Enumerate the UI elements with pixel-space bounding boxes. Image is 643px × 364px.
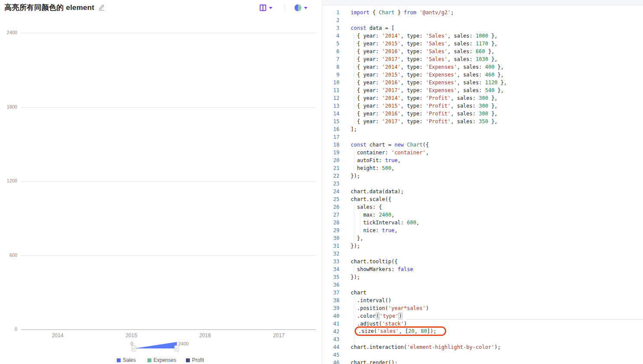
code-line[interactable]: 45 — [322, 351, 643, 359]
line-number: 26 — [322, 203, 339, 211]
code-line[interactable]: 33chart.tooltip({ — [322, 258, 643, 265]
code-line[interactable]: 8 { year: '2014', type: 'Expenses', sale… — [322, 63, 643, 71]
code-line[interactable]: 2 — [322, 16, 643, 24]
code-text: }); — [351, 172, 643, 180]
indent-guide — [354, 32, 354, 40]
indent-guide — [354, 63, 354, 71]
line-number: 14 — [322, 110, 339, 118]
code-line[interactable]: 35}); — [322, 273, 643, 281]
code-line[interactable]: 30 }, — [322, 234, 643, 242]
slider-handle[interactable] — [131, 345, 136, 351]
line-number: 10 — [322, 79, 339, 86]
theme-toggle-button[interactable] — [294, 4, 307, 11]
code-line[interactable]: 11 { year: '2017', type: 'Expenses', sal… — [322, 86, 643, 94]
code-line[interactable]: 15 { year: '2017', type: 'Profit', sales… — [322, 118, 643, 125]
code-line[interactable]: 5 { year: '2015', type: 'Sales', sales: … — [322, 40, 643, 48]
code-line[interactable]: 32 — [322, 250, 643, 258]
line-number: 22 — [322, 172, 339, 180]
code-text — [351, 335, 643, 343]
indent-guide — [354, 234, 354, 242]
gutter-padding — [339, 211, 351, 219]
indent-guide — [354, 149, 354, 156]
code-line[interactable]: 9 { year: '2015', type: 'Expenses', sale… — [322, 71, 643, 79]
code-line[interactable]: 25chart.scale({ — [322, 195, 643, 203]
gutter-padding — [339, 133, 351, 141]
code-text: { year: '2017', type: 'Profit', sales: 3… — [351, 118, 643, 125]
line-number: 34 — [322, 265, 339, 273]
gutter-padding — [339, 273, 351, 281]
code-line[interactable]: 18const chart = new Chart({ — [322, 141, 643, 149]
code-line[interactable]: 46chart.render(); — [322, 359, 643, 364]
code-line[interactable]: 16]; — [322, 125, 643, 133]
code-text: ]; — [351, 125, 643, 133]
code-line[interactable]: 39 .position('year*sales') — [322, 304, 643, 312]
code-line[interactable]: 44chart.interaction('element-highlight-b… — [322, 343, 643, 351]
line-number: 5 — [322, 40, 339, 48]
code-line[interactable]: 22}); — [322, 172, 643, 180]
indent-guide — [354, 335, 354, 343]
code-line[interactable]: 28 tickInterval: 600, — [322, 219, 643, 227]
code-line[interactable]: 42 .size('sales', [20, 80]); — [322, 328, 643, 335]
code-line[interactable]: 12 { year: '2014', type: 'Profit', sales… — [322, 94, 643, 102]
gutter-padding — [339, 32, 351, 40]
legend-item[interactable]: Expenses — [147, 357, 176, 363]
gutter-padding — [339, 102, 351, 110]
code-line[interactable]: 38 .interval() — [322, 297, 643, 304]
line-number: 15 — [322, 118, 339, 125]
code-line[interactable]: 23 — [322, 180, 643, 188]
legend-item[interactable]: Sales — [117, 357, 136, 363]
code-line[interactable]: 17 — [322, 133, 643, 141]
gridline — [21, 33, 316, 33]
gutter-padding — [339, 48, 351, 55]
line-number: 7 — [322, 55, 339, 63]
line-number: 27 — [322, 211, 339, 219]
edit-title-icon[interactable] — [98, 4, 106, 11]
code-line[interactable]: 29 nice: true, — [322, 227, 643, 234]
slider-handle[interactable] — [174, 345, 179, 351]
layout-toggle-button[interactable] — [259, 4, 272, 11]
chart-canvas: 0600120018002400201420152016201702400Sal… — [0, 0, 322, 364]
code-text — [351, 351, 643, 359]
chevron-down-icon — [304, 7, 307, 9]
line-number: 24 — [322, 188, 339, 195]
code-line[interactable]: 4 { year: '2014', type: 'Sales', sales: … — [322, 32, 643, 40]
code-line[interactable]: 27 max: 2400, — [322, 211, 643, 219]
code-line[interactable]: 21 height: 500, — [322, 164, 643, 172]
gutter-padding — [339, 24, 351, 32]
gutter-padding — [339, 180, 351, 188]
code-line[interactable]: 7 { year: '2017', type: 'Sales', sales: … — [322, 55, 643, 63]
line-number: 20 — [322, 156, 339, 164]
code-line[interactable]: 34 showMarkers: false — [322, 265, 643, 273]
code-line[interactable]: 14 { year: '2016', type: 'Profit', sales… — [322, 110, 643, 118]
code-line[interactable]: 24chart.data(data); — [322, 188, 643, 195]
line-number: 41 — [322, 320, 339, 328]
line-number: 30 — [322, 234, 339, 242]
code-line[interactable]: 10 { year: '2016', type: 'Expenses', sal… — [322, 79, 643, 86]
code-line[interactable]: 26 sales: { — [322, 203, 643, 211]
code-line[interactable]: 1import { Chart } from '@antv/g2'; — [322, 9, 643, 16]
editor-topbar — [322, 0, 643, 6]
gridline — [21, 107, 316, 108]
indent-guide — [354, 164, 354, 172]
code-line[interactable]: 6 { year: '2016', type: 'Sales', sales: … — [322, 48, 643, 55]
legend-item[interactable]: Profit — [186, 357, 204, 363]
gutter-padding — [339, 125, 351, 133]
code-line[interactable]: 3const data = [ — [322, 24, 643, 32]
code-line[interactable]: 19 container: 'container', — [322, 149, 643, 156]
code-line[interactable]: 31}); — [322, 242, 643, 250]
indent-guide — [354, 219, 354, 227]
code-line[interactable]: 43 — [322, 335, 643, 343]
gutter-padding — [339, 281, 351, 289]
indent-guide — [354, 40, 354, 48]
line-number: 6 — [322, 48, 339, 55]
gutter-padding — [339, 94, 351, 102]
code-line[interactable]: 36 — [322, 281, 643, 289]
code-text: }); — [351, 242, 643, 250]
gutter-padding — [339, 297, 351, 304]
code-line[interactable]: 37chart — [322, 289, 643, 297]
code-line[interactable]: 13 { year: '2015', type: 'Profit', sales… — [322, 102, 643, 110]
code-editor[interactable]: 1import { Chart } from '@antv/g2';23cons… — [322, 6, 643, 364]
indent-guide — [354, 86, 354, 94]
indent-guide — [354, 320, 354, 328]
code-line[interactable]: 20 autoFit: true, — [322, 156, 643, 164]
